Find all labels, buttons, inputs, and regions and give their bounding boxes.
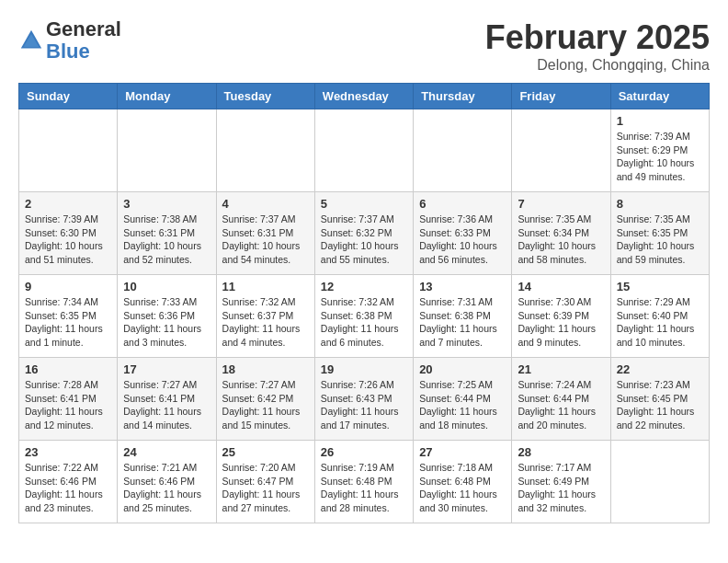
calendar-cell: 8Sunrise: 7:35 AM Sunset: 6:35 PM Daylig… bbox=[610, 192, 709, 275]
day-number: 2 bbox=[25, 197, 111, 211]
weekday-wednesday: Wednesday bbox=[314, 84, 413, 109]
day-number: 26 bbox=[321, 445, 407, 459]
calendar-cell: 9Sunrise: 7:34 AM Sunset: 6:35 PM Daylig… bbox=[19, 275, 118, 358]
day-info: Sunrise: 7:27 AM Sunset: 6:41 PM Dayligh… bbox=[123, 378, 210, 432]
weekday-header-row: SundayMondayTuesdayWednesdayThursdayFrid… bbox=[19, 84, 710, 109]
calendar-cell: 17Sunrise: 7:27 AM Sunset: 6:41 PM Dayli… bbox=[118, 358, 216, 441]
calendar-cell: 12Sunrise: 7:32 AM Sunset: 6:38 PM Dayli… bbox=[314, 275, 413, 358]
day-info: Sunrise: 7:37 AM Sunset: 6:32 PM Dayligh… bbox=[321, 213, 407, 267]
calendar-cell: 24Sunrise: 7:21 AM Sunset: 6:46 PM Dayli… bbox=[118, 441, 216, 523]
calendar-cell: 26Sunrise: 7:19 AM Sunset: 6:48 PM Dayli… bbox=[314, 441, 413, 523]
day-number: 16 bbox=[25, 362, 111, 376]
day-number: 24 bbox=[123, 445, 210, 459]
day-info: Sunrise: 7:26 AM Sunset: 6:43 PM Dayligh… bbox=[321, 378, 407, 432]
day-info: Sunrise: 7:35 AM Sunset: 6:34 PM Dayligh… bbox=[518, 213, 604, 267]
day-info: Sunrise: 7:27 AM Sunset: 6:42 PM Dayligh… bbox=[222, 378, 309, 432]
day-number: 9 bbox=[25, 280, 111, 293]
calendar-cell: 4Sunrise: 7:37 AM Sunset: 6:31 PM Daylig… bbox=[216, 192, 314, 275]
day-number: 13 bbox=[419, 280, 506, 293]
day-info: Sunrise: 7:18 AM Sunset: 6:48 PM Dayligh… bbox=[419, 461, 506, 515]
day-info: Sunrise: 7:21 AM Sunset: 6:46 PM Dayligh… bbox=[123, 461, 210, 515]
calendar-week-2: 2Sunrise: 7:39 AM Sunset: 6:30 PM Daylig… bbox=[19, 192, 710, 275]
calendar-cell: 22Sunrise: 7:23 AM Sunset: 6:45 PM Dayli… bbox=[610, 358, 709, 441]
day-info: Sunrise: 7:38 AM Sunset: 6:31 PM Dayligh… bbox=[123, 213, 210, 267]
weekday-tuesday: Tuesday bbox=[216, 84, 314, 109]
calendar-cell: 3Sunrise: 7:38 AM Sunset: 6:31 PM Daylig… bbox=[118, 192, 216, 275]
month-title: February 2025 bbox=[485, 18, 710, 57]
day-info: Sunrise: 7:32 AM Sunset: 6:38 PM Dayligh… bbox=[321, 295, 407, 350]
day-info: Sunrise: 7:33 AM Sunset: 6:36 PM Dayligh… bbox=[123, 295, 210, 350]
page-header: General Blue February 2025 Delong, Chong… bbox=[18, 18, 710, 74]
day-info: Sunrise: 7:29 AM Sunset: 6:40 PM Dayligh… bbox=[617, 295, 703, 350]
calendar-cell: 21Sunrise: 7:24 AM Sunset: 6:44 PM Dayli… bbox=[512, 358, 610, 441]
title-block: February 2025 Delong, Chongqing, China bbox=[485, 18, 710, 74]
calendar-cell: 11Sunrise: 7:32 AM Sunset: 6:37 PM Dayli… bbox=[216, 275, 314, 358]
day-number: 17 bbox=[123, 362, 210, 376]
calendar-cell: 28Sunrise: 7:17 AM Sunset: 6:49 PM Dayli… bbox=[512, 441, 610, 523]
calendar-cell: 2Sunrise: 7:39 AM Sunset: 6:30 PM Daylig… bbox=[19, 192, 118, 275]
day-number: 3 bbox=[123, 197, 210, 211]
day-number: 15 bbox=[617, 280, 703, 293]
logo-icon bbox=[18, 28, 44, 53]
calendar-cell bbox=[216, 109, 314, 192]
calendar-cell: 19Sunrise: 7:26 AM Sunset: 6:43 PM Dayli… bbox=[314, 358, 413, 441]
day-number: 20 bbox=[419, 362, 506, 376]
weekday-thursday: Thursday bbox=[414, 84, 512, 109]
calendar-week-3: 9Sunrise: 7:34 AM Sunset: 6:35 PM Daylig… bbox=[19, 275, 710, 358]
calendar-cell: 1Sunrise: 7:39 AM Sunset: 6:29 PM Daylig… bbox=[610, 109, 709, 192]
weekday-monday: Monday bbox=[118, 84, 216, 109]
day-number: 11 bbox=[222, 280, 309, 293]
weekday-sunday: Sunday bbox=[19, 84, 118, 109]
calendar-cell: 7Sunrise: 7:35 AM Sunset: 6:34 PM Daylig… bbox=[512, 192, 610, 275]
calendar-cell: 10Sunrise: 7:33 AM Sunset: 6:36 PM Dayli… bbox=[118, 275, 216, 358]
day-number: 7 bbox=[518, 197, 604, 211]
day-info: Sunrise: 7:39 AM Sunset: 6:29 PM Dayligh… bbox=[617, 130, 703, 184]
day-number: 25 bbox=[222, 445, 309, 459]
calendar-week-1: 1Sunrise: 7:39 AM Sunset: 6:29 PM Daylig… bbox=[19, 109, 710, 192]
day-number: 23 bbox=[25, 445, 111, 459]
day-info: Sunrise: 7:19 AM Sunset: 6:48 PM Dayligh… bbox=[321, 461, 407, 515]
calendar-cell: 18Sunrise: 7:27 AM Sunset: 6:42 PM Dayli… bbox=[216, 358, 314, 441]
calendar-cell: 14Sunrise: 7:30 AM Sunset: 6:39 PM Dayli… bbox=[512, 275, 610, 358]
weekday-friday: Friday bbox=[512, 84, 610, 109]
day-info: Sunrise: 7:37 AM Sunset: 6:31 PM Dayligh… bbox=[222, 213, 309, 267]
day-info: Sunrise: 7:32 AM Sunset: 6:37 PM Dayligh… bbox=[222, 295, 309, 350]
day-info: Sunrise: 7:17 AM Sunset: 6:49 PM Dayligh… bbox=[518, 461, 604, 515]
calendar-cell: 27Sunrise: 7:18 AM Sunset: 6:48 PM Dayli… bbox=[414, 441, 512, 523]
day-number: 6 bbox=[419, 197, 506, 211]
day-info: Sunrise: 7:20 AM Sunset: 6:47 PM Dayligh… bbox=[222, 461, 309, 515]
calendar-cell bbox=[19, 109, 118, 192]
day-number: 19 bbox=[321, 362, 407, 376]
day-number: 4 bbox=[222, 197, 309, 211]
day-number: 22 bbox=[617, 362, 703, 376]
calendar-cell bbox=[512, 109, 610, 192]
day-info: Sunrise: 7:35 AM Sunset: 6:35 PM Dayligh… bbox=[617, 213, 703, 267]
calendar-week-4: 16Sunrise: 7:28 AM Sunset: 6:41 PM Dayli… bbox=[19, 358, 710, 441]
day-info: Sunrise: 7:23 AM Sunset: 6:45 PM Dayligh… bbox=[617, 378, 703, 432]
calendar-cell: 20Sunrise: 7:25 AM Sunset: 6:44 PM Dayli… bbox=[414, 358, 512, 441]
calendar-cell: 23Sunrise: 7:22 AM Sunset: 6:46 PM Dayli… bbox=[19, 441, 118, 523]
day-info: Sunrise: 7:28 AM Sunset: 6:41 PM Dayligh… bbox=[25, 378, 111, 432]
day-number: 12 bbox=[321, 280, 407, 293]
calendar-cell bbox=[118, 109, 216, 192]
day-number: 28 bbox=[518, 445, 604, 459]
day-info: Sunrise: 7:24 AM Sunset: 6:44 PM Dayligh… bbox=[518, 378, 604, 432]
day-number: 18 bbox=[222, 362, 309, 376]
logo-text: General Blue bbox=[46, 18, 121, 63]
day-number: 14 bbox=[518, 280, 604, 293]
calendar-week-5: 23Sunrise: 7:22 AM Sunset: 6:46 PM Dayli… bbox=[19, 441, 710, 523]
calendar-table: SundayMondayTuesdayWednesdayThursdayFrid… bbox=[18, 83, 710, 523]
calendar-cell: 16Sunrise: 7:28 AM Sunset: 6:41 PM Dayli… bbox=[19, 358, 118, 441]
weekday-saturday: Saturday bbox=[610, 84, 709, 109]
calendar-cell: 6Sunrise: 7:36 AM Sunset: 6:33 PM Daylig… bbox=[414, 192, 512, 275]
day-info: Sunrise: 7:31 AM Sunset: 6:38 PM Dayligh… bbox=[419, 295, 506, 350]
calendar-cell: 13Sunrise: 7:31 AM Sunset: 6:38 PM Dayli… bbox=[414, 275, 512, 358]
calendar-cell bbox=[610, 441, 709, 523]
day-number: 8 bbox=[617, 197, 703, 211]
day-info: Sunrise: 7:39 AM Sunset: 6:30 PM Dayligh… bbox=[25, 213, 111, 267]
day-info: Sunrise: 7:30 AM Sunset: 6:39 PM Dayligh… bbox=[518, 295, 604, 350]
day-info: Sunrise: 7:34 AM Sunset: 6:35 PM Dayligh… bbox=[25, 295, 111, 350]
location: Delong, Chongqing, China bbox=[485, 57, 710, 74]
day-number: 10 bbox=[123, 280, 210, 293]
day-info: Sunrise: 7:36 AM Sunset: 6:33 PM Dayligh… bbox=[419, 213, 506, 267]
